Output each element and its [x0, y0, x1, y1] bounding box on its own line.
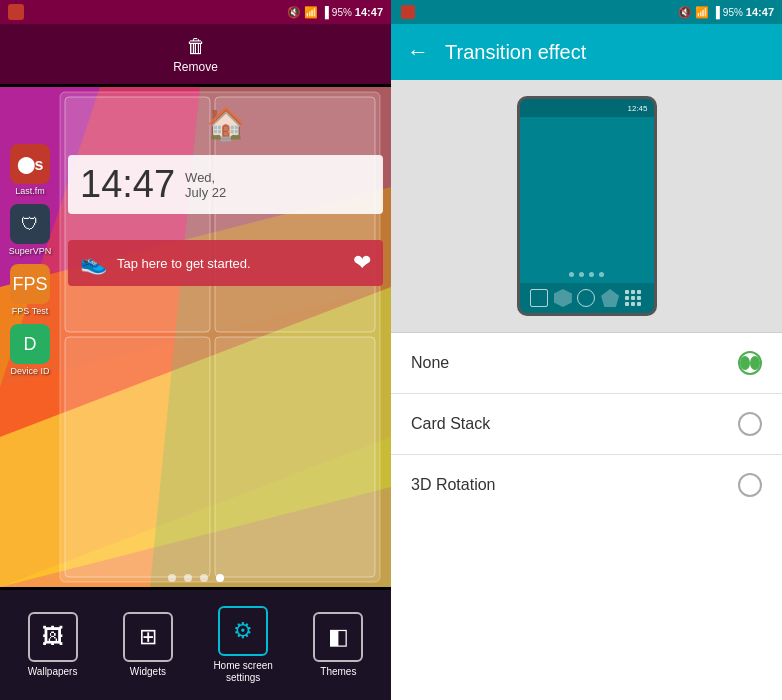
status-right-info: 🔇 📶 ▐ 95% 14:47	[287, 6, 383, 19]
settings-icon: ⚙	[218, 606, 268, 656]
nav-wallpapers[interactable]: 🖼 Wallpapers	[5, 612, 100, 678]
themes-label: Themes	[320, 666, 356, 678]
phone-dot-4	[599, 272, 604, 277]
option-card-stack[interactable]: Card Stack	[391, 394, 782, 455]
side-app-lastfm[interactable]: ⬤s Last.fm	[5, 144, 55, 196]
phone-icon-pentagon	[601, 289, 619, 307]
home-screen-settings-label: Home screen settings	[196, 660, 291, 684]
nav-home-screen-settings[interactable]: ⚙ Home screen settings	[196, 606, 291, 684]
phone-dot-2	[579, 272, 584, 277]
app-icon-small	[8, 4, 24, 20]
option-none[interactable]: None	[391, 333, 782, 394]
time-widget: 14:47 Wed, July 22	[68, 155, 383, 214]
trash-icon: 🗑	[186, 35, 206, 58]
radio-3d-rotation[interactable]	[738, 473, 762, 497]
option-3d-rotation[interactable]: 3D Rotation	[391, 455, 782, 515]
supervpn-icon: 🛡	[10, 204, 50, 244]
phone-dot-3	[589, 272, 594, 277]
right-status-right: 🔇 📶 ▐ 95% 14:47	[678, 6, 774, 19]
radio-card-stack[interactable]	[738, 412, 762, 436]
deviceid-icon: D	[10, 324, 50, 364]
side-app-fpstest[interactable]: FPS FPS Test	[5, 264, 55, 316]
dot-1	[168, 574, 176, 582]
time-label: 14:47	[355, 6, 383, 18]
wallpapers-label: Wallpapers	[28, 666, 78, 678]
option-none-label: None	[411, 354, 449, 372]
right-mute-icon: 🔇	[678, 6, 692, 19]
side-apps-container: ⬤s Last.fm 🛡 SuperVPN FPS FPS Test D Dev…	[5, 84, 55, 376]
dot-2	[184, 574, 192, 582]
phone-mockup: 12:45	[517, 96, 657, 316]
widget-date: Wed, July 22	[185, 170, 226, 200]
left-status-bar: 🔇 📶 ▐ 95% 14:47	[0, 0, 391, 24]
widgets-label: Widgets	[130, 666, 166, 678]
widget-time: 14:47	[80, 163, 175, 206]
phone-page-dots	[520, 266, 654, 283]
right-battery-label: 95%	[723, 7, 743, 18]
phone-icon-grid	[625, 289, 643, 307]
fpstest-label: FPS Test	[12, 306, 48, 316]
supervpn-label: SuperVPN	[9, 246, 52, 256]
phone-preview-area: 12:45	[391, 80, 782, 333]
status-left-icons	[8, 4, 24, 20]
phone-icon-hexagon	[554, 289, 572, 307]
right-status-left	[399, 5, 415, 19]
deviceid-label: Device ID	[10, 366, 49, 376]
left-bottom-nav: 🖼 Wallpapers ⊞ Widgets ⚙ Home screen set…	[0, 590, 391, 700]
phone-time: 12:45	[627, 104, 647, 113]
remove-bar[interactable]: 🗑 Remove	[0, 24, 391, 84]
nav-widgets[interactable]: ⊞ Widgets	[100, 612, 195, 678]
phone-icon-circle	[577, 289, 595, 307]
wifi-icon: 📶	[304, 6, 318, 19]
radio-none[interactable]	[738, 351, 762, 375]
home-icon-widget: 🏠	[60, 100, 391, 148]
right-panel: 🔇 📶 ▐ 95% 14:47 ← Transition effect 12:4…	[391, 0, 782, 700]
right-status-bar: 🔇 📶 ▐ 95% 14:47	[391, 0, 782, 24]
right-header: ← Transition effect	[391, 24, 782, 80]
mute-icon: 🔇	[287, 6, 301, 19]
themes-icon: ◧	[313, 612, 363, 662]
header-title: Transition effect	[445, 41, 586, 64]
side-app-supervpn[interactable]: 🛡 SuperVPN	[5, 204, 55, 256]
health-text: Tap here to get started.	[117, 256, 343, 271]
home-icon: 🏠	[206, 106, 246, 142]
phone-bottom-icons	[520, 283, 654, 313]
option-3d-rotation-label: 3D Rotation	[411, 476, 496, 494]
fpstest-icon: FPS	[10, 264, 50, 304]
battery-label: 95%	[332, 7, 352, 18]
health-widget[interactable]: 👟 Tap here to get started. ❤	[68, 240, 383, 286]
nav-themes[interactable]: ◧ Themes	[291, 612, 386, 678]
svg-rect-9	[65, 337, 210, 577]
left-panel: 🔇 📶 ▐ 95% 14:47 🗑 Remove	[0, 0, 391, 700]
option-card-stack-label: Card Stack	[411, 415, 490, 433]
heart-icon: ❤	[353, 250, 371, 276]
phone-dot-1	[569, 272, 574, 277]
signal-icon: ▐	[321, 6, 329, 18]
options-list: None Card Stack 3D Rotation	[391, 333, 782, 700]
lastfm-icon: ⬤s	[10, 144, 50, 184]
phone-icon-square	[530, 289, 548, 307]
right-wifi-icon: 📶	[695, 6, 709, 19]
phone-body	[520, 117, 654, 266]
widgets-icon: ⊞	[123, 612, 173, 662]
lastfm-label: Last.fm	[15, 186, 45, 196]
wallpapers-icon: 🖼	[28, 612, 78, 662]
remove-label: Remove	[173, 60, 218, 74]
side-app-deviceid[interactable]: D Device ID	[5, 324, 55, 376]
page-dots	[0, 566, 391, 590]
dot-4-active	[216, 574, 224, 582]
phone-status-bar: 12:45	[520, 99, 654, 117]
right-signal-icon: ▐	[712, 6, 720, 18]
dot-3	[200, 574, 208, 582]
back-button[interactable]: ←	[407, 39, 429, 65]
shoe-icon: 👟	[80, 250, 107, 276]
right-time-label: 14:47	[746, 6, 774, 18]
right-app-icon	[401, 5, 415, 19]
svg-rect-10	[215, 337, 375, 577]
